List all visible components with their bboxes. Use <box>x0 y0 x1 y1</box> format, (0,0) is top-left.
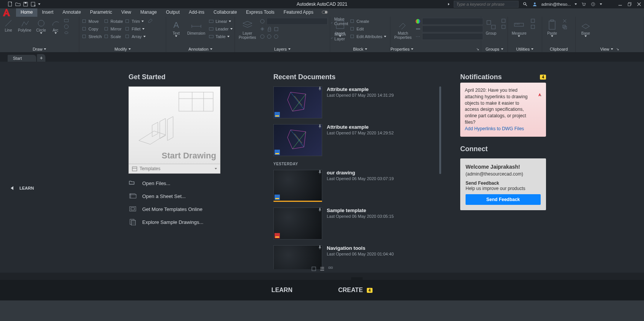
base-button[interactable]: Base <box>578 18 593 38</box>
layer-lock-icon[interactable] <box>267 26 272 32</box>
group-edit-icon[interactable] <box>501 18 506 23</box>
linear-button[interactable]: Linear <box>209 18 232 25</box>
panel-title-layers[interactable]: Layers <box>235 46 330 52</box>
panel-title-block[interactable]: Block <box>330 46 390 52</box>
panel-title-annotation[interactable]: Annotation <box>166 46 234 52</box>
line-button[interactable]: Line <box>2 18 14 33</box>
user-dropdown-icon[interactable] <box>575 3 577 5</box>
learn-nav[interactable]: LEARN <box>11 186 34 190</box>
menu-item-insert[interactable]: Insert <box>37 8 58 17</box>
layer-state-dropdown[interactable] <box>260 18 328 25</box>
array-button[interactable]: Array <box>125 33 145 40</box>
view-list-icon[interactable] <box>320 267 324 271</box>
menu-item-express-tools[interactable]: Express Tools <box>241 8 279 17</box>
start-drawing-tile[interactable]: Start Drawing <box>128 86 220 164</box>
help-dropdown-icon[interactable] <box>600 3 602 5</box>
color-dropdown[interactable] <box>415 18 483 25</box>
ungroup-icon[interactable] <box>501 24 506 29</box>
leader-button[interactable]: Leader <box>209 26 232 32</box>
select-icon[interactable] <box>530 18 535 23</box>
polyline-button[interactable]: Polyline <box>16 18 33 33</box>
dimension-button[interactable]: Dimension <box>186 18 207 36</box>
saveas-icon[interactable] <box>31 2 36 7</box>
panel-title-draw[interactable]: Draw <box>0 46 79 52</box>
view-small-icon[interactable] <box>328 267 333 271</box>
layer-properties-button[interactable]: Layer Properties <box>237 18 258 40</box>
paste-button[interactable]: Paste <box>544 18 560 38</box>
panel-title-modify[interactable]: Modify <box>79 46 166 52</box>
recent-doc-item[interactable]: Attribute exampleLast Opened 07 May 2020… <box>273 86 441 118</box>
trim-button[interactable]: Trim <box>125 18 145 25</box>
fillet-button[interactable]: Fillet <box>125 26 145 32</box>
insert-button[interactable]: Insert <box>332 18 348 38</box>
circle-button[interactable]: Circle <box>35 18 48 35</box>
copy-icon[interactable] <box>562 24 567 29</box>
open-icon[interactable] <box>15 2 21 7</box>
arc-button[interactable]: Arc <box>50 18 62 35</box>
help-icon[interactable]: ? <box>590 2 596 6</box>
restore-icon[interactable] <box>627 2 633 6</box>
pin-icon[interactable] <box>318 208 322 212</box>
panel-title-properties[interactable]: Properties↘ <box>390 46 481 52</box>
qat-dropdown-icon[interactable] <box>38 3 40 5</box>
erase-icon[interactable] <box>148 18 153 23</box>
lineweight-dropdown[interactable] <box>415 26 483 32</box>
footer-tab-learn[interactable]: LEARN <box>271 287 292 294</box>
footer-tab-create[interactable]: CREATE4 <box>338 287 373 294</box>
pin-icon[interactable] <box>318 170 322 174</box>
group-button[interactable]: Group <box>483 18 499 36</box>
cart-icon[interactable] <box>581 2 586 6</box>
stretch-button[interactable]: Stretch <box>82 33 102 40</box>
templates-dropdown[interactable]: Templates <box>128 164 220 174</box>
hatch-icon[interactable] <box>64 24 69 29</box>
copy-button[interactable]: Copy <box>82 26 102 32</box>
scale-button[interactable]: Scale <box>104 33 123 40</box>
layer-color-icon[interactable] <box>273 26 279 32</box>
panel-title-utilities[interactable]: Utilities <box>508 46 542 52</box>
arrow-left-icon[interactable] <box>11 186 13 190</box>
close-icon[interactable] <box>636 2 642 7</box>
layer-thaw-icon[interactable] <box>273 34 279 39</box>
rotate-button[interactable]: Rotate <box>104 18 123 25</box>
pin-icon[interactable] <box>318 86 322 91</box>
app-logo-icon[interactable] <box>2 8 11 18</box>
notification-link[interactable]: Add Hyperlinks to DWG Files <box>465 126 524 131</box>
tab-start[interactable]: Start <box>8 55 36 62</box>
send-feedback-button[interactable]: Send Feedback <box>466 194 541 205</box>
menu-item-output[interactable]: Output <box>161 8 184 17</box>
link-open-a-sheet-set[interactable]: Open a Sheet Set... <box>128 193 273 200</box>
recent-doc-item[interactable]: Attribute exampleLast Opened 07 May 2020… <box>273 124 441 156</box>
menu-toggle-icon[interactable] <box>322 11 328 14</box>
text-button[interactable]: AText <box>169 18 184 38</box>
save-icon[interactable] <box>23 2 28 7</box>
link-open-files[interactable]: Open Files... <box>128 180 273 187</box>
minimize-icon[interactable] <box>617 2 623 6</box>
menu-item-home[interactable]: Home <box>16 8 37 17</box>
scrollbar[interactable] <box>439 86 441 174</box>
edit-attributes-button[interactable]: Edit Attributes <box>350 33 386 40</box>
measure-button[interactable]: Measure <box>510 18 528 38</box>
recent-doc-item[interactable]: Navigation toolsLast Opened 06 May 2020 … <box>273 245 441 269</box>
menu-item-add-ins[interactable]: Add-ins <box>184 8 209 17</box>
search-icon[interactable] <box>522 2 528 6</box>
layer-freeze-icon[interactable] <box>260 26 265 32</box>
ellipse-icon[interactable] <box>64 30 69 35</box>
panel-title-groups[interactable]: Groups <box>481 46 507 52</box>
pin-icon[interactable] <box>318 124 322 129</box>
view-large-icon[interactable] <box>312 267 316 271</box>
panel-title-view[interactable]: View↘ <box>576 46 644 52</box>
mirror-button[interactable]: Mirror <box>104 26 123 32</box>
qcalc-icon[interactable] <box>530 24 535 29</box>
linetype-dropdown[interactable] <box>415 33 483 40</box>
search-input[interactable] <box>454 1 519 8</box>
link-explore-sample-drawings[interactable]: Explore Sample Drawings... <box>128 219 273 225</box>
link-get-more-templates-online[interactable]: Get More Templates Online <box>128 206 273 212</box>
table-button[interactable]: Table <box>209 33 232 40</box>
create-button[interactable]: Create <box>350 18 386 25</box>
edit-button[interactable]: Edit <box>350 26 386 32</box>
recent-doc-item[interactable]: our drawingLast Opened 06 May 2020 03:07… <box>273 170 441 202</box>
layer-off-icon[interactable] <box>260 34 265 39</box>
match-properties-button[interactable]: Match Properties <box>393 18 413 40</box>
menu-item-parametric[interactable]: Parametric <box>85 8 117 17</box>
menu-item-featured-apps[interactable]: Featured Apps <box>279 8 318 17</box>
